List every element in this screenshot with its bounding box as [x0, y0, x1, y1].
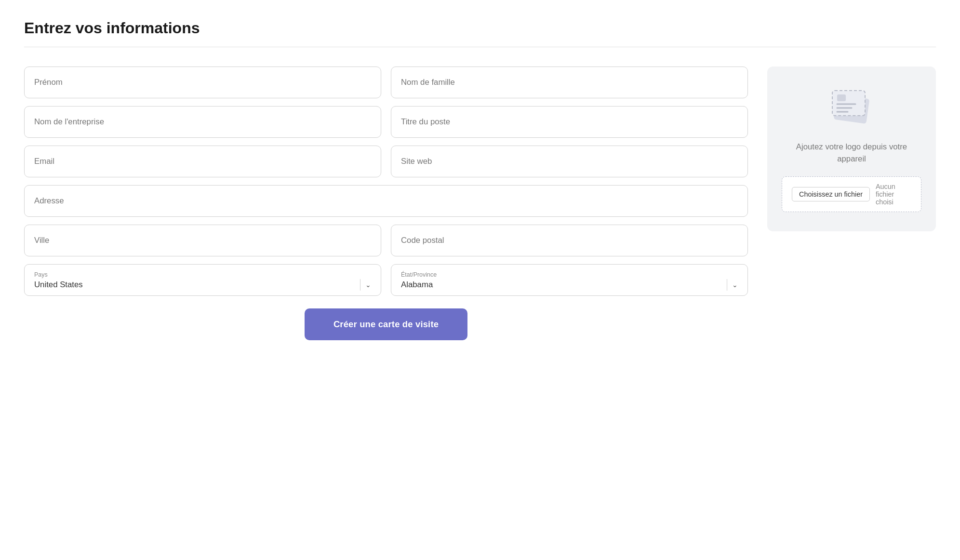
- divider: [24, 47, 936, 47]
- adresse-input[interactable]: [24, 185, 748, 217]
- field-prenom: [24, 67, 381, 98]
- logo-upload-text: Ajoutez votre logo depuis votre appareil: [782, 141, 921, 165]
- prenom-input[interactable]: [24, 67, 381, 98]
- pays-value: United States: [34, 280, 83, 290]
- ville-input[interactable]: [24, 225, 381, 256]
- etat-select[interactable]: État/Province Alabama ⌄: [391, 264, 748, 296]
- submit-button[interactable]: Créer une carte de visite: [305, 308, 467, 340]
- svg-rect-5: [837, 94, 846, 101]
- code-postal-input[interactable]: [391, 225, 748, 256]
- field-nom-famille: [391, 67, 748, 98]
- field-ville: [24, 225, 381, 256]
- field-code-postal: [391, 225, 748, 256]
- file-input-wrapper[interactable]: Choisissez un fichier Aucun fichier choi…: [782, 176, 921, 212]
- row-city: [24, 225, 748, 256]
- pays-select-row: United States ⌄: [34, 279, 371, 291]
- row-country: Pays United States ⌄ État/Province Alaba…: [24, 264, 748, 296]
- row-company: [24, 106, 748, 138]
- row-name: [24, 67, 748, 98]
- site-web-input[interactable]: [391, 146, 748, 177]
- pays-chevron-icon: ⌄: [365, 281, 371, 289]
- pays-divider: [360, 279, 360, 291]
- logo-placeholder-icon: [827, 86, 876, 129]
- email-input[interactable]: [24, 146, 381, 177]
- etat-select-row: Alabama ⌄: [401, 279, 738, 291]
- page-title: Entrez vos informations: [24, 19, 936, 37]
- choose-file-button[interactable]: Choisissez un fichier: [792, 187, 870, 201]
- field-entreprise: [24, 106, 381, 138]
- field-pays: Pays United States ⌄: [24, 264, 381, 296]
- field-etat: État/Province Alabama ⌄: [391, 264, 748, 296]
- field-titre-poste: [391, 106, 748, 138]
- nom-famille-input[interactable]: [391, 67, 748, 98]
- titre-poste-input[interactable]: [391, 106, 748, 138]
- row-adresse: [24, 185, 748, 217]
- form-layout: Pays United States ⌄ État/Province Alaba…: [24, 67, 936, 340]
- submit-row: Créer une carte de visite: [24, 308, 748, 340]
- form-fields: Pays United States ⌄ État/Province Alaba…: [24, 67, 748, 340]
- etat-divider: [727, 279, 727, 291]
- no-file-label: Aucun fichier choisi: [876, 183, 911, 206]
- entreprise-input[interactable]: [24, 106, 381, 138]
- etat-value: Alabama: [401, 280, 433, 290]
- field-site-web: [391, 146, 748, 177]
- row-contact: [24, 146, 748, 177]
- field-email: [24, 146, 381, 177]
- pays-label: Pays: [34, 271, 371, 278]
- logo-upload-area: Ajoutez votre logo depuis votre appareil…: [767, 67, 936, 231]
- field-adresse: [24, 185, 748, 217]
- etat-label: État/Province: [401, 271, 738, 278]
- pays-select[interactable]: Pays United States ⌄: [24, 264, 381, 296]
- etat-chevron-icon: ⌄: [732, 281, 738, 289]
